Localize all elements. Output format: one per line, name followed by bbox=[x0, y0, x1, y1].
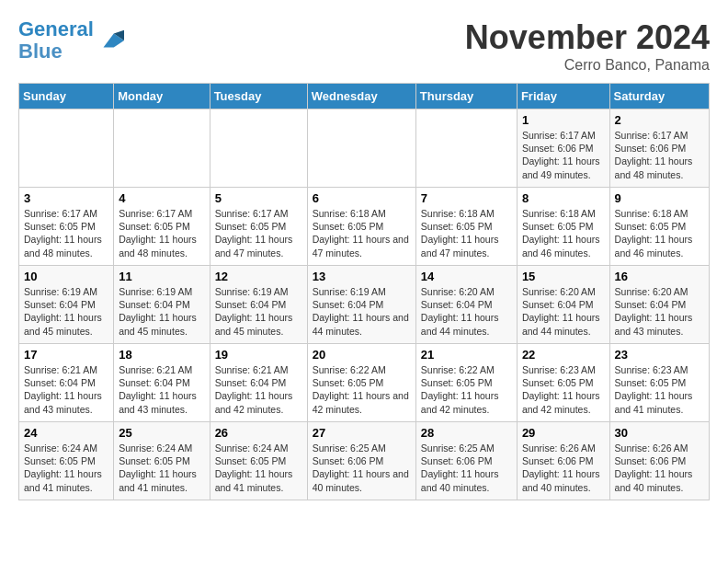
calendar-cell: 11Sunrise: 6:19 AM Sunset: 6:04 PM Dayli… bbox=[114, 266, 210, 344]
day-number: 12 bbox=[215, 270, 302, 283]
calendar-cell bbox=[415, 109, 517, 188]
calendar-header-row: SundayMondayTuesdayWednesdayThursdayFrid… bbox=[19, 84, 710, 109]
day-number: 13 bbox=[313, 270, 411, 283]
day-info: Sunrise: 6:17 AM Sunset: 6:05 PM Dayligh… bbox=[215, 207, 302, 259]
day-number: 8 bbox=[522, 191, 605, 205]
day-info: Sunrise: 6:18 AM Sunset: 6:05 PM Dayligh… bbox=[313, 207, 411, 259]
day-info: Sunrise: 6:24 AM Sunset: 6:05 PM Dayligh… bbox=[215, 442, 302, 494]
calendar-cell: 30Sunrise: 6:26 AM Sunset: 6:06 PM Dayli… bbox=[609, 422, 709, 500]
calendar-cell: 13Sunrise: 6:19 AM Sunset: 6:04 PM Dayli… bbox=[307, 266, 415, 344]
day-info: Sunrise: 6:21 AM Sunset: 6:04 PM Dayligh… bbox=[24, 363, 108, 416]
weekday-header: Thursday bbox=[415, 84, 517, 109]
day-number: 3 bbox=[24, 191, 108, 205]
day-info: Sunrise: 6:26 AM Sunset: 6:06 PM Dayligh… bbox=[615, 442, 704, 494]
day-info: Sunrise: 6:17 AM Sunset: 6:05 PM Dayligh… bbox=[24, 207, 108, 259]
calendar-cell: 10Sunrise: 6:19 AM Sunset: 6:04 PM Dayli… bbox=[19, 266, 114, 344]
day-number: 16 bbox=[615, 270, 704, 283]
calendar-cell: 18Sunrise: 6:21 AM Sunset: 6:04 PM Dayli… bbox=[114, 344, 210, 422]
day-info: Sunrise: 6:17 AM Sunset: 6:06 PM Dayligh… bbox=[522, 129, 605, 181]
day-number: 19 bbox=[215, 348, 302, 362]
day-number: 1 bbox=[522, 113, 605, 127]
day-number: 5 bbox=[215, 191, 302, 205]
calendar-cell: 5Sunrise: 6:17 AM Sunset: 6:05 PM Daylig… bbox=[210, 188, 307, 266]
day-number: 18 bbox=[119, 348, 204, 362]
logo-icon bbox=[97, 27, 124, 54]
day-info: Sunrise: 6:21 AM Sunset: 6:04 PM Dayligh… bbox=[119, 363, 204, 416]
day-number: 28 bbox=[421, 426, 512, 440]
calendar-cell: 29Sunrise: 6:26 AM Sunset: 6:06 PM Dayli… bbox=[517, 422, 609, 500]
calendar-cell: 4Sunrise: 6:17 AM Sunset: 6:05 PM Daylig… bbox=[114, 188, 210, 266]
calendar-cell: 24Sunrise: 6:24 AM Sunset: 6:05 PM Dayli… bbox=[19, 422, 114, 500]
calendar-cell bbox=[210, 109, 307, 188]
calendar-cell: 20Sunrise: 6:22 AM Sunset: 6:05 PM Dayli… bbox=[307, 344, 415, 422]
title-block: November 2024 Cerro Banco, Panama bbox=[465, 18, 710, 74]
day-number: 20 bbox=[313, 348, 411, 362]
day-number: 15 bbox=[522, 270, 605, 283]
calendar-cell bbox=[19, 109, 114, 188]
calendar-cell: 21Sunrise: 6:22 AM Sunset: 6:05 PM Dayli… bbox=[415, 344, 517, 422]
calendar-cell: 26Sunrise: 6:24 AM Sunset: 6:05 PM Dayli… bbox=[210, 422, 307, 500]
calendar-cell: 7Sunrise: 6:18 AM Sunset: 6:05 PM Daylig… bbox=[415, 188, 517, 266]
month-title: November 2024 bbox=[465, 18, 710, 57]
calendar-week-row: 1Sunrise: 6:17 AM Sunset: 6:06 PM Daylig… bbox=[19, 109, 710, 188]
weekday-header: Wednesday bbox=[307, 84, 415, 109]
day-info: Sunrise: 6:26 AM Sunset: 6:06 PM Dayligh… bbox=[522, 442, 605, 494]
day-info: Sunrise: 6:19 AM Sunset: 6:04 PM Dayligh… bbox=[24, 285, 108, 338]
day-number: 24 bbox=[24, 426, 108, 440]
calendar-cell: 27Sunrise: 6:25 AM Sunset: 6:06 PM Dayli… bbox=[307, 422, 415, 500]
day-number: 30 bbox=[615, 426, 704, 440]
day-number: 27 bbox=[313, 426, 411, 440]
calendar-cell: 22Sunrise: 6:23 AM Sunset: 6:05 PM Dayli… bbox=[517, 344, 609, 422]
weekday-header: Sunday bbox=[19, 84, 114, 109]
day-number: 7 bbox=[421, 191, 512, 205]
calendar-cell: 14Sunrise: 6:20 AM Sunset: 6:04 PM Dayli… bbox=[415, 266, 517, 344]
day-info: Sunrise: 6:20 AM Sunset: 6:04 PM Dayligh… bbox=[522, 285, 605, 338]
calendar-body: 1Sunrise: 6:17 AM Sunset: 6:06 PM Daylig… bbox=[19, 109, 710, 500]
day-info: Sunrise: 6:20 AM Sunset: 6:04 PM Dayligh… bbox=[615, 285, 704, 338]
day-info: Sunrise: 6:18 AM Sunset: 6:05 PM Dayligh… bbox=[522, 207, 605, 259]
day-number: 22 bbox=[522, 348, 605, 362]
calendar-cell: 16Sunrise: 6:20 AM Sunset: 6:04 PM Dayli… bbox=[609, 266, 709, 344]
day-number: 14 bbox=[421, 270, 512, 283]
day-number: 6 bbox=[313, 191, 411, 205]
calendar-cell: 23Sunrise: 6:23 AM Sunset: 6:05 PM Dayli… bbox=[609, 344, 709, 422]
logo: General Blue bbox=[18, 18, 124, 63]
calendar-cell: 8Sunrise: 6:18 AM Sunset: 6:05 PM Daylig… bbox=[517, 188, 609, 266]
day-info: Sunrise: 6:17 AM Sunset: 6:05 PM Dayligh… bbox=[119, 207, 204, 259]
day-number: 11 bbox=[119, 270, 204, 283]
day-info: Sunrise: 6:22 AM Sunset: 6:05 PM Dayligh… bbox=[313, 363, 411, 416]
calendar-cell: 19Sunrise: 6:21 AM Sunset: 6:04 PM Dayli… bbox=[210, 344, 307, 422]
day-info: Sunrise: 6:19 AM Sunset: 6:04 PM Dayligh… bbox=[215, 285, 302, 338]
day-number: 9 bbox=[615, 191, 704, 205]
weekday-header: Friday bbox=[517, 84, 609, 109]
weekday-header: Tuesday bbox=[210, 84, 307, 109]
day-info: Sunrise: 6:18 AM Sunset: 6:05 PM Dayligh… bbox=[615, 207, 704, 259]
calendar-week-row: 10Sunrise: 6:19 AM Sunset: 6:04 PM Dayli… bbox=[19, 266, 710, 344]
day-info: Sunrise: 6:19 AM Sunset: 6:04 PM Dayligh… bbox=[313, 285, 411, 338]
day-info: Sunrise: 6:23 AM Sunset: 6:05 PM Dayligh… bbox=[522, 363, 605, 416]
day-number: 2 bbox=[615, 113, 704, 127]
location-subtitle: Cerro Banco, Panama bbox=[465, 57, 710, 74]
calendar-cell bbox=[114, 109, 210, 188]
day-info: Sunrise: 6:22 AM Sunset: 6:05 PM Dayligh… bbox=[421, 363, 512, 416]
day-info: Sunrise: 6:17 AM Sunset: 6:06 PM Dayligh… bbox=[615, 129, 704, 181]
calendar-cell: 1Sunrise: 6:17 AM Sunset: 6:06 PM Daylig… bbox=[517, 109, 609, 188]
day-number: 10 bbox=[24, 270, 108, 283]
calendar-cell: 17Sunrise: 6:21 AM Sunset: 6:04 PM Dayli… bbox=[19, 344, 114, 422]
weekday-header: Saturday bbox=[609, 84, 709, 109]
page-header: General Blue November 2024 Cerro Banco, … bbox=[18, 18, 710, 74]
day-info: Sunrise: 6:24 AM Sunset: 6:05 PM Dayligh… bbox=[119, 442, 204, 494]
calendar-cell: 2Sunrise: 6:17 AM Sunset: 6:06 PM Daylig… bbox=[609, 109, 709, 188]
calendar-week-row: 3Sunrise: 6:17 AM Sunset: 6:05 PM Daylig… bbox=[19, 188, 710, 266]
calendar-table: SundayMondayTuesdayWednesdayThursdayFrid… bbox=[18, 83, 710, 500]
day-number: 25 bbox=[119, 426, 204, 440]
day-number: 17 bbox=[24, 348, 108, 362]
day-number: 29 bbox=[522, 426, 605, 440]
day-info: Sunrise: 6:23 AM Sunset: 6:05 PM Dayligh… bbox=[615, 363, 704, 416]
weekday-header: Monday bbox=[114, 84, 210, 109]
day-info: Sunrise: 6:19 AM Sunset: 6:04 PM Dayligh… bbox=[119, 285, 204, 338]
day-info: Sunrise: 6:24 AM Sunset: 6:05 PM Dayligh… bbox=[24, 442, 108, 494]
day-number: 26 bbox=[215, 426, 302, 440]
day-info: Sunrise: 6:20 AM Sunset: 6:04 PM Dayligh… bbox=[421, 285, 512, 338]
calendar-cell: 25Sunrise: 6:24 AM Sunset: 6:05 PM Dayli… bbox=[114, 422, 210, 500]
